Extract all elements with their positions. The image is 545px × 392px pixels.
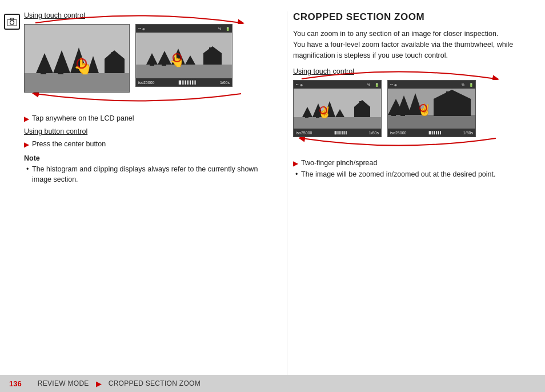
content-area: Using touch control (0, 0, 545, 375)
left-column: Using touch control (24, 11, 287, 375)
svg-rect-10 (41, 67, 46, 74)
svg-rect-12 (105, 59, 125, 73)
left-screen2-iso: iso25000 (138, 81, 154, 85)
press-instruction-text: Press the center button (32, 140, 106, 148)
pinch-text: Two-finger pinch/spread (301, 159, 377, 167)
left-screens-row: 👆 ▪▪ ⊕ % (24, 24, 275, 93)
right-screen1-bottombar: iso25000 ▐▌▌▌▌▌▌ 1/60s (294, 129, 381, 137)
page-wrapper: Using touch control (0, 0, 545, 392)
top-arrow-svg (30, 11, 247, 24)
desc-line3: magnification is stepless if you use tou… (293, 51, 448, 59)
svg-rect-53 (446, 91, 453, 102)
right-bottom-arrow-svg (296, 137, 502, 150)
svg-point-1 (10, 21, 14, 25)
button-control-label: Using button control (24, 127, 275, 135)
right-screen2-scene: ✌ (388, 89, 475, 129)
left-screen2-scene: 👆 (136, 33, 232, 78)
svg-rect-57 (391, 110, 396, 116)
right-screen2-image: L1O•0080 (388, 89, 475, 129)
left-screens-container: 👆 ▪▪ ⊕ % (24, 24, 275, 93)
right-screen2-topbar: ▪▪ ⊕ % 🔋 (388, 81, 475, 89)
bottom-arrow-svg (30, 93, 247, 105)
svg-rect-28 (162, 60, 166, 66)
note-text: The histogram and clipping displays alwa… (24, 165, 275, 185)
left-screen-2: ▪▪ ⊕ % 🔋 L1O•0080 (135, 24, 233, 87)
svg-text:👆: 👆 (169, 53, 185, 68)
right-screen2-shutter: 1/60s (463, 131, 473, 135)
svg-rect-11 (58, 67, 63, 74)
svg-rect-37 (294, 117, 381, 129)
camera-icon (4, 14, 20, 30)
right-screen2-iso: iso25000 (390, 131, 406, 135)
footer-sep1: ▶ (96, 379, 102, 388)
press-instruction: ▶ Press the center button (24, 140, 275, 149)
right-screen1-topbar: ▪▪ ⊕ % 🔋 (294, 81, 381, 89)
right-screen2-bottombar: iso25000 ▐▌▌▌▌▌▌ 1/60s (388, 129, 475, 137)
desc-line1: You can zoom in to any section of an ima… (293, 30, 498, 38)
left-screen-1: 👆 (24, 24, 130, 93)
right-screen-2: ▪▪ ⊕ % 🔋 L1O•0080 (387, 80, 476, 137)
right-top-arrow-svg (296, 67, 502, 80)
left-screen2-bottombar: iso25000 ▐▌▌▌▌▌▌▌ 1/60s (136, 78, 232, 86)
right-screen1-shutter: 1/60s (369, 131, 379, 135)
right-screen1-scene: ✌ (294, 89, 381, 129)
zoom-result: The image will be zoomed in/zoomed out a… (293, 170, 534, 178)
note-label: Note (24, 154, 275, 162)
right-screen1-image: L1O•0080 (294, 89, 381, 129)
footer-bar: 136 REVIEW MODE ▶ CROPPED SECTION ZOOM (0, 375, 545, 392)
svg-rect-27 (150, 60, 154, 66)
section-description: You can zoom in to any section of an ima… (293, 29, 534, 61)
left-screen2-topbar: ▪▪ ⊕ % 🔋 (136, 25, 232, 33)
svg-rect-50 (388, 115, 475, 129)
footer-section1: REVIEW MODE (38, 379, 89, 387)
right-screen1-iso: iso25000 (296, 131, 312, 135)
tap-instruction-text: Tap anywhere on the LCD panel (32, 114, 134, 122)
svg-rect-58 (400, 110, 405, 116)
bullet-arrow-1: ▶ (24, 115, 29, 123)
footer-section2: CROPPED SECTION ZOOM (109, 379, 201, 387)
svg-rect-29 (203, 53, 222, 65)
bullet-arrow-right-1: ▶ (293, 159, 298, 167)
sidebar-icon (0, 11, 24, 375)
svg-rect-42 (305, 113, 308, 118)
desc-line2: You have a four-level zoom factor availa… (293, 41, 513, 49)
svg-rect-14 (111, 52, 116, 60)
pinch-instruction: ▶ Two-finger pinch/spread (293, 159, 534, 167)
left-screen2-shutter: 1/60s (220, 81, 230, 85)
footer-page-number: 136 (9, 379, 22, 388)
svg-rect-44 (354, 107, 370, 117)
tap-instruction: ▶ Tap anywhere on the LCD panel (24, 114, 275, 123)
left-screen2-image: L1O•0080 (136, 33, 232, 78)
svg-rect-5 (25, 73, 130, 93)
right-screen-1: ▪▪ ⊕ % 🔋 L1O•0080 (293, 80, 382, 137)
right-screens-container: ▪▪ ⊕ % 🔋 L1O•0080 (293, 80, 534, 137)
svg-rect-31 (209, 47, 214, 54)
section-title: CROPPED SECTION ZOOM (293, 11, 534, 23)
svg-rect-46 (359, 101, 363, 107)
bullet-arrow-2: ▶ (24, 141, 29, 149)
right-screens-row: ▪▪ ⊕ % 🔋 L1O•0080 (293, 80, 534, 137)
right-column: CROPPED SECTION ZOOM You can zoom in to … (287, 11, 545, 375)
